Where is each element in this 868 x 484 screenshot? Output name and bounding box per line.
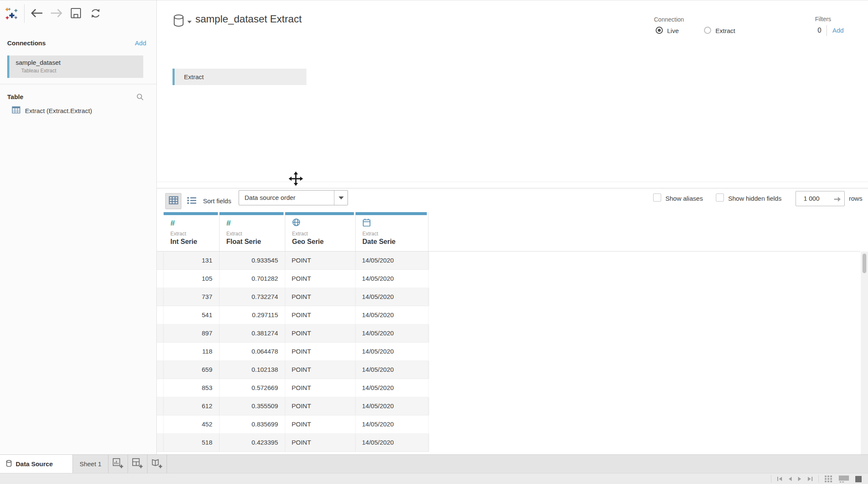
column-name: Geo Serie [292, 238, 324, 246]
table-cell: POINT [285, 434, 356, 452]
table-cell: 0.102138 [220, 361, 285, 379]
rows-label: rows [849, 195, 862, 202]
column-header-float-serie[interactable]: # Extract Float Serie [220, 212, 285, 251]
tab-data-source[interactable]: Data Source [0, 455, 73, 473]
table-cell: POINT [285, 379, 356, 397]
column-accent-bar [164, 212, 218, 215]
add-connection-button[interactable]: Add [135, 39, 146, 47]
table-grid-icon [12, 106, 20, 115]
row-submit-icon[interactable] [834, 196, 841, 204]
sort-fields-value: Data source order [245, 194, 295, 201]
row-gutter [157, 343, 164, 361]
tab-sheet1[interactable]: Sheet 1 [73, 455, 108, 473]
show-hidden-fields-checkbox[interactable] [716, 194, 724, 202]
grid-view-button[interactable] [165, 193, 181, 209]
show-aliases-label: Show aliases [665, 195, 703, 202]
column-accent-bar [220, 212, 284, 215]
row-gutter [157, 324, 164, 343]
table-cell: 0.423395 [220, 434, 285, 452]
connection-item[interactable]: sample_dataset Tableau Extract [7, 55, 143, 78]
table-cell: POINT [285, 361, 356, 379]
new-worksheet-button[interactable] [108, 455, 128, 473]
column-header-int-serie[interactable]: # Extract Int Serie [164, 212, 220, 251]
select-caret-box [334, 191, 348, 205]
row-gutter [157, 288, 164, 306]
column-header-date-serie[interactable]: Extract Date Serie [356, 212, 428, 251]
table-cell: 452 [164, 415, 220, 434]
refresh-button[interactable] [87, 6, 103, 22]
table-cell: 0.064478 [220, 343, 285, 361]
radio-extract[interactable] [704, 27, 711, 34]
table-cell: 0.572669 [220, 379, 285, 397]
data-grid-header: # Extract Int Serie # Extract Float Seri… [157, 212, 428, 251]
table-item-label: Extract (Extract.Extract) [25, 107, 92, 114]
table-cell: 105 [164, 270, 220, 288]
table-cell: 14/05/2020 [356, 324, 428, 343]
back-button[interactable] [29, 6, 45, 22]
new-story-button[interactable] [147, 455, 167, 473]
filters-label: Filters [815, 16, 831, 22]
slide-sorter-icon[interactable] [824, 475, 833, 483]
tableau-logo-icon [5, 7, 18, 20]
row-gutter [157, 434, 164, 452]
filters-add-button[interactable]: Add [832, 27, 844, 34]
row-gutter [157, 306, 164, 324]
table-cell: 14/05/2020 [356, 306, 428, 324]
row-gutter [157, 270, 164, 288]
row-gutter [157, 379, 164, 397]
metadata-view-button[interactable] [184, 193, 200, 209]
calendar-icon [362, 218, 371, 229]
nav-prev-icon[interactable] [788, 476, 792, 481]
status-bar [0, 473, 868, 484]
vertical-scrollbar[interactable] [861, 252, 868, 454]
save-button[interactable] [68, 6, 84, 22]
rows-count-input[interactable]: 1 000 [796, 191, 845, 206]
table-row: 1310.933545POINT14/05/2020 [157, 252, 429, 270]
table-cell: 14/05/2020 [356, 270, 428, 288]
new-dashboard-button[interactable] [128, 455, 147, 473]
table-cell: 659 [164, 361, 220, 379]
table-cell: 0.732274 [220, 288, 285, 306]
table-cell: 0.933545 [220, 252, 285, 270]
datasource-menu-caret-icon[interactable] [187, 21, 192, 23]
table-cell: POINT [285, 252, 356, 270]
vertical-scrollbar-thumb[interactable] [862, 254, 866, 273]
filmstrip-icon[interactable] [838, 475, 849, 483]
table-cell: 14/05/2020 [356, 361, 428, 379]
tab-sheet1-label: Sheet 1 [80, 460, 102, 467]
column-header-geo-serie[interactable]: Extract Geo Serie [285, 212, 356, 251]
datasource-icon [173, 14, 184, 29]
connections-header: Connections Add [7, 39, 147, 48]
nav-next-icon[interactable] [798, 476, 802, 481]
tab-data-source-label: Data Source [16, 460, 53, 467]
grid-view-icon [169, 196, 178, 206]
presentation-icon[interactable] [855, 476, 862, 483]
tableau-window: Connections Add sample_dataset Tableau E… [0, 0, 868, 484]
nav-first-icon[interactable] [777, 476, 782, 481]
table-cell: 0.297115 [220, 306, 285, 324]
table-cell: 14/05/2020 [356, 252, 428, 270]
radio-live[interactable] [656, 27, 663, 34]
show-aliases-checkbox[interactable] [653, 194, 661, 202]
new-dashboard-icon [132, 458, 143, 470]
save-icon [70, 8, 81, 20]
panel-divider [0, 84, 157, 84]
table-cell: POINT [285, 324, 356, 343]
table-row: 8970.381274POINT14/05/2020 [157, 324, 429, 343]
canvas-splitter[interactable] [157, 182, 868, 182]
forward-button[interactable] [48, 6, 64, 22]
table-cell: 612 [164, 397, 220, 415]
sort-fields-select[interactable]: Data source order [239, 190, 348, 205]
grid-gutter [157, 212, 164, 251]
column-name: Float Serie [226, 238, 261, 246]
table-cell: POINT [285, 343, 356, 361]
search-icon[interactable] [136, 93, 145, 102]
table-list-item[interactable]: Extract (Extract.Extract) [12, 106, 92, 115]
logical-table-chip[interactable]: Extract [172, 69, 306, 85]
column-source: Extract [226, 231, 242, 237]
grid-panel-top-border [157, 188, 868, 188]
table-cell: POINT [285, 306, 356, 324]
statusbar-divider [818, 475, 819, 483]
new-story-icon [151, 458, 163, 470]
nav-last-icon[interactable] [807, 476, 813, 481]
